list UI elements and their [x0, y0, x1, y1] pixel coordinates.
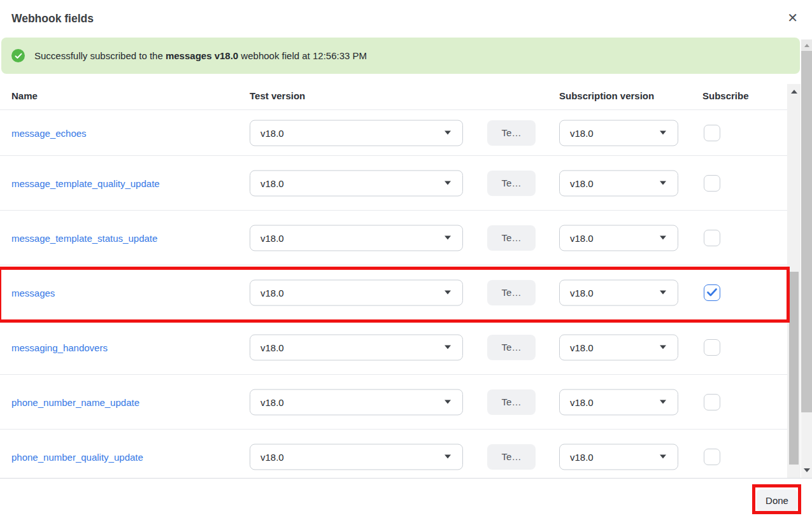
- subscription-version-select[interactable]: v18.0: [559, 389, 678, 415]
- chevron-down-icon: [445, 400, 451, 404]
- test-version-value: v18.0: [260, 451, 445, 462]
- success-banner: Successfully subscribed to the messages …: [1, 38, 800, 74]
- field-name-link[interactable]: message_template_quality_update: [11, 178, 160, 188]
- column-header-name: Name: [11, 90, 38, 101]
- subscription-version-value: v18.0: [570, 396, 660, 407]
- test-version-value: v18.0: [260, 342, 445, 353]
- chevron-down-icon: [660, 455, 666, 459]
- field-name-link[interactable]: phone_number_name_update: [11, 396, 139, 407]
- subscription-version-value: v18.0: [570, 287, 660, 298]
- subscribe-checkbox[interactable]: [704, 339, 720, 356]
- subscribe-checkbox[interactable]: [704, 230, 720, 246]
- test-button[interactable]: Te…: [487, 389, 536, 415]
- subscription-version-select[interactable]: v18.0: [559, 279, 678, 305]
- subscription-version-select[interactable]: v18.0: [559, 225, 678, 251]
- test-button[interactable]: Te…: [487, 280, 536, 305]
- scroll-up-icon[interactable]: [791, 90, 797, 94]
- done-button[interactable]: Done: [757, 489, 797, 511]
- test-version-select[interactable]: v18.0: [250, 279, 463, 305]
- page-scrollbar-thumb[interactable]: [801, 51, 812, 412]
- subscribe-checkbox[interactable]: [704, 284, 720, 301]
- table-rows: message_echoes v18.0 Te… v18.0 message_t…: [0, 110, 787, 477]
- subscribe-checkbox[interactable]: [704, 449, 720, 465]
- subscribe-checkbox[interactable]: [704, 394, 720, 410]
- subscription-version-value: v18.0: [570, 178, 660, 188]
- chevron-down-icon: [660, 181, 666, 185]
- field-name-link[interactable]: phone_number_quality_update: [11, 451, 143, 462]
- test-button[interactable]: Te…: [487, 335, 536, 360]
- table-row: messages v18.0 Te… v18.0: [0, 265, 787, 320]
- table-header: Name Test version Subscription version S…: [0, 84, 787, 110]
- table-row: phone_number_quality_update v18.0 Te… v1…: [0, 430, 787, 477]
- test-version-select[interactable]: v18.0: [250, 444, 463, 470]
- test-version-value: v18.0: [260, 396, 445, 407]
- test-version-select[interactable]: v18.0: [250, 120, 463, 146]
- test-version-value: v18.0: [260, 232, 445, 243]
- subscription-version-select[interactable]: v18.0: [559, 120, 678, 146]
- table-row: message_template_quality_update v18.0 Te…: [0, 156, 787, 211]
- webhook-fields-dialog: Webhook fields ✕ Successfully subscribed…: [0, 0, 812, 518]
- table-row: phone_number_name_update v18.0 Te… v18.0: [0, 375, 787, 430]
- column-header-test-version: Test version: [250, 90, 305, 101]
- close-icon[interactable]: ✕: [787, 10, 798, 25]
- subscribe-checkbox[interactable]: [704, 125, 720, 141]
- test-button[interactable]: Te…: [487, 225, 536, 251]
- subscription-version-select[interactable]: v18.0: [559, 444, 678, 470]
- scroll-down-icon[interactable]: [804, 468, 810, 472]
- table-row: messaging_handovers v18.0 Te… v18.0: [0, 320, 787, 375]
- chevron-down-icon: [445, 236, 451, 240]
- chevron-down-icon: [445, 346, 451, 349]
- test-version-select[interactable]: v18.0: [250, 170, 463, 196]
- chevron-down-icon: [445, 291, 451, 295]
- subscription-version-value: v18.0: [570, 232, 660, 243]
- subscription-version-select[interactable]: v18.0: [559, 170, 678, 196]
- subscription-version-value: v18.0: [570, 127, 660, 138]
- chevron-down-icon: [660, 346, 666, 349]
- test-button[interactable]: Te…: [487, 171, 536, 196]
- test-button[interactable]: Te…: [487, 444, 536, 470]
- page-scroll-up-button[interactable]: [801, 39, 812, 51]
- test-version-select[interactable]: v18.0: [250, 225, 463, 251]
- table-row: message_echoes v18.0 Te… v18.0: [0, 110, 787, 156]
- dialog-footer: Done: [0, 478, 812, 518]
- test-version-select[interactable]: v18.0: [250, 334, 463, 360]
- test-version-select[interactable]: v18.0: [250, 389, 463, 415]
- test-button[interactable]: Te…: [487, 120, 536, 146]
- chevron-down-icon: [660, 291, 666, 295]
- column-header-subscription-version: Subscription version: [559, 90, 654, 101]
- test-version-value: v18.0: [260, 287, 445, 298]
- chevron-down-icon: [660, 131, 666, 135]
- field-name-link[interactable]: message_template_status_update: [11, 232, 157, 243]
- page-title: Webhook fields: [11, 12, 94, 25]
- field-name-link[interactable]: message_echoes: [11, 127, 87, 138]
- chevron-down-icon: [445, 131, 451, 135]
- field-name-link[interactable]: messaging_handovers: [11, 342, 108, 353]
- table-row: message_template_status_update v18.0 Te……: [0, 211, 787, 265]
- table-scrollbar-thumb[interactable]: [789, 272, 799, 465]
- test-version-value: v18.0: [260, 127, 445, 138]
- subscription-version-select[interactable]: v18.0: [559, 334, 678, 360]
- scroll-up-icon: [804, 44, 809, 47]
- subscription-version-value: v18.0: [570, 342, 660, 353]
- chevron-down-icon: [660, 400, 666, 404]
- test-version-value: v18.0: [260, 178, 445, 188]
- subscribe-checkbox[interactable]: [704, 175, 720, 192]
- table-scrollbar[interactable]: [787, 84, 801, 478]
- chevron-down-icon: [445, 181, 451, 185]
- chevron-down-icon: [660, 236, 666, 240]
- chevron-down-icon: [445, 455, 451, 459]
- page-scrollbar[interactable]: [801, 39, 812, 478]
- column-header-subscribe: Subscribe: [702, 90, 749, 101]
- field-name-link[interactable]: messages: [11, 287, 55, 298]
- subscription-version-value: v18.0: [570, 451, 660, 462]
- success-message: Successfully subscribed to the messages …: [34, 50, 367, 61]
- check-circle-icon: [11, 49, 25, 62]
